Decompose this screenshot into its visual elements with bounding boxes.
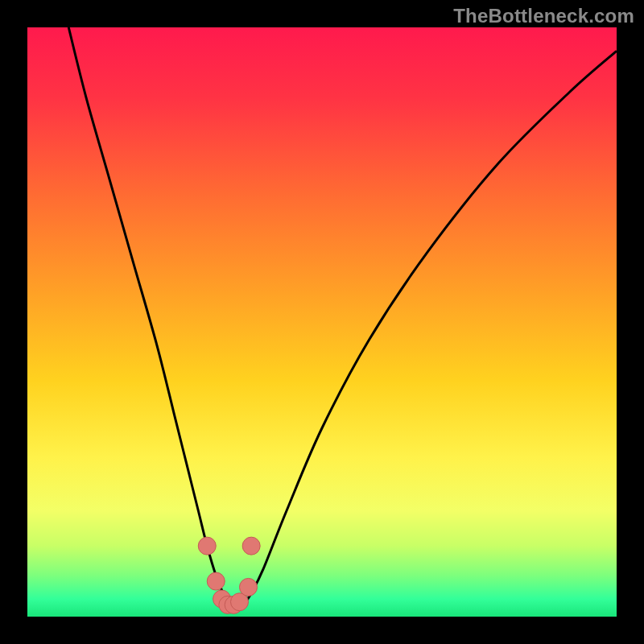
chart-frame: TheBottleneck.com bbox=[0, 0, 644, 644]
chart-plot-area bbox=[27, 27, 617, 617]
curve-marker bbox=[242, 537, 260, 555]
chart-background-gradient bbox=[27, 27, 617, 617]
watermark-label: TheBottleneck.com bbox=[453, 5, 634, 27]
curve-marker bbox=[198, 537, 216, 555]
chart-svg bbox=[27, 27, 617, 617]
curve-marker bbox=[207, 572, 225, 590]
curve-marker bbox=[240, 578, 258, 596]
